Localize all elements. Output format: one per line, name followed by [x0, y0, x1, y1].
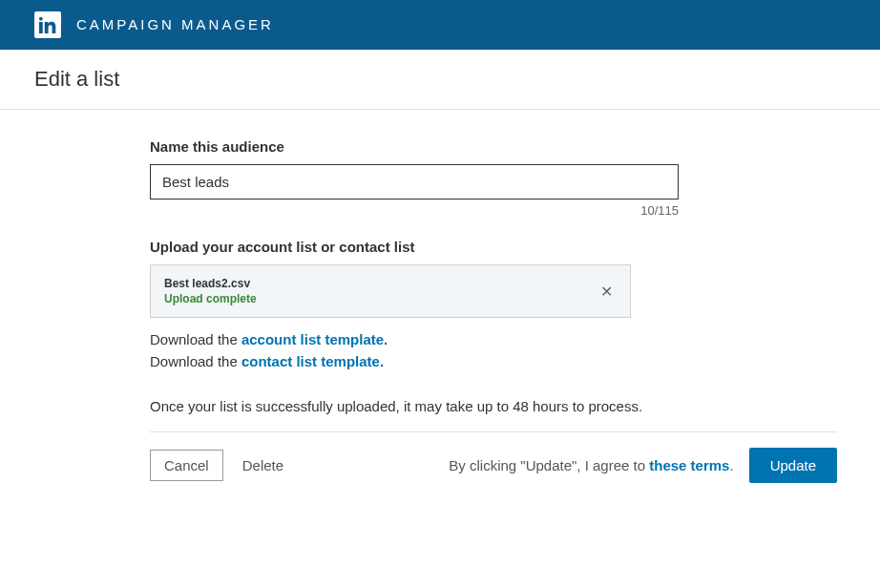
processing-note: Once your list is successfully uploaded,… — [150, 398, 837, 414]
terms-text: By clicking "Update", I agree to these t… — [449, 457, 733, 473]
footer-left: Cancel Delete — [150, 450, 283, 481]
contact-template-link[interactable]: contact list template. — [241, 353, 384, 369]
upload-status: Upload complete — [164, 292, 257, 305]
char-count: 10/115 — [150, 203, 679, 218]
footer-right: By clicking "Update", I agree to these t… — [449, 448, 837, 483]
account-template-link[interactable]: account list template. — [241, 331, 388, 347]
delete-button[interactable]: Delete — [242, 457, 283, 473]
divider — [150, 431, 837, 432]
linkedin-logo-svg — [39, 16, 56, 33]
footer-actions: Cancel Delete By clicking "Update", I ag… — [150, 448, 837, 483]
download-prefix-1: Download the — [150, 331, 241, 347]
name-label: Name this audience — [150, 138, 837, 155]
page-title: Edit a list — [34, 67, 846, 92]
cancel-button[interactable]: Cancel — [150, 450, 223, 481]
close-icon[interactable]: ✕ — [597, 279, 617, 304]
terms-prefix: By clicking "Update", I agree to — [449, 457, 649, 473]
audience-name-input[interactable] — [150, 164, 679, 200]
upload-info: Best leads2.csv Upload complete — [164, 277, 257, 305]
terms-suffix: . — [729, 457, 733, 473]
update-button[interactable]: Update — [749, 448, 837, 483]
download-prefix-2: Download the — [150, 353, 241, 369]
app-title: CAMPAIGN MANAGER — [76, 16, 274, 32]
upload-box: Best leads2.csv Upload complete ✕ — [150, 264, 631, 318]
terms-link[interactable]: these terms — [649, 457, 729, 473]
upload-label: Upload your account list or contact list — [150, 239, 837, 255]
upload-filename: Best leads2.csv — [164, 277, 257, 290]
page-subheader: Edit a list — [0, 50, 880, 110]
main-content: Name this audience 10/115 Upload your ac… — [150, 110, 837, 483]
download-contact-line: Download the contact list template. — [150, 353, 837, 369]
download-account-line: Download the account list template. — [150, 331, 837, 347]
linkedin-icon[interactable] — [34, 11, 61, 38]
app-header: CAMPAIGN MANAGER — [0, 0, 880, 50]
